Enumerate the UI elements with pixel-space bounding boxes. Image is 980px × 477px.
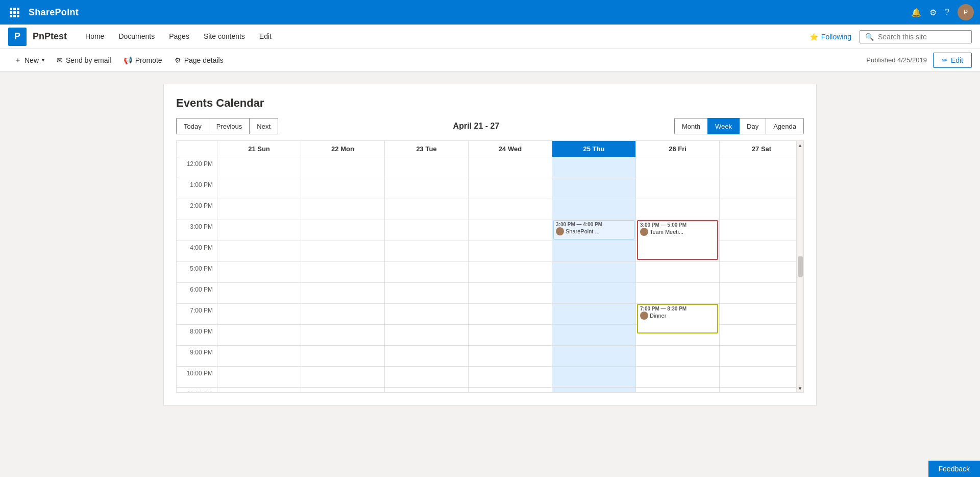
calendar-cell[interactable] xyxy=(552,157,636,178)
calendar-cell[interactable] xyxy=(385,220,469,241)
calendar-cell[interactable] xyxy=(469,304,552,324)
calendar-cell[interactable] xyxy=(469,346,552,366)
page-details-button[interactable]: ⚙ Page details xyxy=(168,49,230,71)
calendar-cell[interactable] xyxy=(636,388,720,392)
scroll-down-arrow[interactable]: ▼ xyxy=(797,384,803,392)
calendar-cell[interactable] xyxy=(301,178,385,199)
previous-button[interactable]: Previous xyxy=(209,118,250,134)
calendar-cell[interactable] xyxy=(385,283,469,303)
calendar-cell[interactable] xyxy=(720,178,803,199)
calendar-cell[interactable] xyxy=(217,220,301,241)
event-block-sharepoint[interactable]: 3:00 PM — 4:00 PMSharePoint ... xyxy=(553,220,634,240)
calendar-cell[interactable] xyxy=(469,178,552,199)
help-icon[interactable]: ? xyxy=(945,8,949,17)
waffle-menu[interactable] xyxy=(6,4,22,20)
scroll-up-arrow[interactable]: ▲ xyxy=(797,141,803,149)
calendar-cell[interactable] xyxy=(217,367,301,387)
settings-icon[interactable]: ⚙ xyxy=(929,8,937,17)
calendar-cell[interactable] xyxy=(720,283,803,303)
calendar-cell[interactable] xyxy=(301,241,385,261)
calendar-cell[interactable] xyxy=(301,262,385,282)
calendar-cell[interactable] xyxy=(301,199,385,220)
calendar-cell[interactable] xyxy=(217,178,301,199)
calendar-cell[interactable] xyxy=(636,199,720,220)
calendar-cell[interactable] xyxy=(217,157,301,178)
calendar-cell[interactable] xyxy=(636,367,720,387)
calendar-cell[interactable] xyxy=(385,304,469,324)
calendar-cell[interactable] xyxy=(636,283,720,303)
calendar-cell[interactable] xyxy=(469,241,552,261)
calendar-cell[interactable] xyxy=(385,199,469,220)
calendar-cell[interactable] xyxy=(385,346,469,366)
calendar-cell[interactable]: 3:00 PM — 4:00 PMSharePoint ... xyxy=(552,220,636,241)
calendar-cell[interactable] xyxy=(217,325,301,345)
calendar-cell[interactable] xyxy=(636,178,720,199)
calendar-cell[interactable] xyxy=(217,304,301,324)
calendar-cell[interactable] xyxy=(385,367,469,387)
calendar-cell[interactable] xyxy=(552,262,636,282)
site-logo[interactable]: P xyxy=(8,28,27,46)
calendar-cell[interactable] xyxy=(301,388,385,392)
calendar-cell[interactable] xyxy=(720,220,803,241)
send-email-button[interactable]: ✉ Send by email xyxy=(51,49,117,71)
calendar-cell[interactable] xyxy=(301,346,385,366)
calendar-cell[interactable] xyxy=(217,262,301,282)
month-view-button[interactable]: Month xyxy=(674,118,707,134)
next-button[interactable]: Next xyxy=(249,118,278,134)
calendar-cell[interactable] xyxy=(720,388,803,392)
calendar-cell[interactable] xyxy=(552,346,636,366)
calendar-cell[interactable] xyxy=(720,367,803,387)
nav-link-documents[interactable]: Documents xyxy=(112,25,161,49)
day-view-button[interactable]: Day xyxy=(740,118,766,134)
search-input[interactable] xyxy=(878,33,966,41)
calendar-cell[interactable] xyxy=(301,304,385,324)
calendar-cell[interactable] xyxy=(469,388,552,392)
calendar-cell[interactable] xyxy=(552,325,636,345)
nav-link-edit[interactable]: Edit xyxy=(253,25,278,49)
calendar-cell[interactable] xyxy=(552,178,636,199)
calendar-cell[interactable] xyxy=(636,346,720,366)
calendar-cell[interactable] xyxy=(469,157,552,178)
calendar-cell[interactable] xyxy=(301,367,385,387)
calendar-cell[interactable]: 3:00 PM — 5:00 PMTeam Meeti... xyxy=(636,220,720,241)
calendar-cell[interactable] xyxy=(552,388,636,392)
calendar-cell[interactable] xyxy=(301,325,385,345)
calendar-cell[interactable] xyxy=(552,304,636,324)
calendar-cell[interactable] xyxy=(469,262,552,282)
calendar-cell[interactable] xyxy=(720,346,803,366)
edit-button[interactable]: ✏ Edit xyxy=(933,53,972,68)
calendar-cell[interactable] xyxy=(385,157,469,178)
user-avatar[interactable]: P xyxy=(958,4,974,20)
calendar-cell[interactable] xyxy=(552,199,636,220)
calendar-cell[interactable] xyxy=(720,199,803,220)
event-block-dinner[interactable]: 7:00 PM — 8:30 PMDinner xyxy=(637,304,718,333)
calendar-cell[interactable] xyxy=(217,388,301,392)
calendar-cell[interactable] xyxy=(217,241,301,261)
scroll-thumb[interactable] xyxy=(798,256,803,277)
calendar-cell[interactable] xyxy=(636,157,720,178)
event-block-team[interactable]: 3:00 PM — 5:00 PMTeam Meeti... xyxy=(637,220,718,260)
calendar-cell[interactable] xyxy=(469,220,552,241)
calendar-cell[interactable] xyxy=(720,241,803,261)
calendar-cell[interactable] xyxy=(720,304,803,324)
calendar-cell[interactable] xyxy=(552,367,636,387)
calendar-cell[interactable] xyxy=(301,220,385,241)
following-button[interactable]: ⭐ Following xyxy=(810,33,851,41)
nav-link-pages[interactable]: Pages xyxy=(163,25,195,49)
calendar-cell[interactable] xyxy=(385,178,469,199)
calendar-cell[interactable] xyxy=(552,241,636,261)
today-button[interactable]: Today xyxy=(176,118,209,134)
feedback-button[interactable]: Feedback xyxy=(928,461,980,477)
nav-link-home[interactable]: Home xyxy=(79,25,110,49)
calendar-cell[interactable]: 7:00 PM — 8:30 PMDinner xyxy=(636,304,720,324)
calendar-cell[interactable] xyxy=(552,283,636,303)
calendar-cell[interactable] xyxy=(469,325,552,345)
calendar-cell[interactable] xyxy=(720,262,803,282)
promote-button[interactable]: 📢 Promote xyxy=(117,49,168,71)
calendar-cell[interactable] xyxy=(385,241,469,261)
calendar-cell[interactable] xyxy=(217,346,301,366)
new-button[interactable]: ＋ New ▾ xyxy=(8,49,51,71)
calendar-cell[interactable] xyxy=(469,367,552,387)
calendar-cell[interactable] xyxy=(217,283,301,303)
search-box[interactable]: 🔍 xyxy=(860,30,972,43)
